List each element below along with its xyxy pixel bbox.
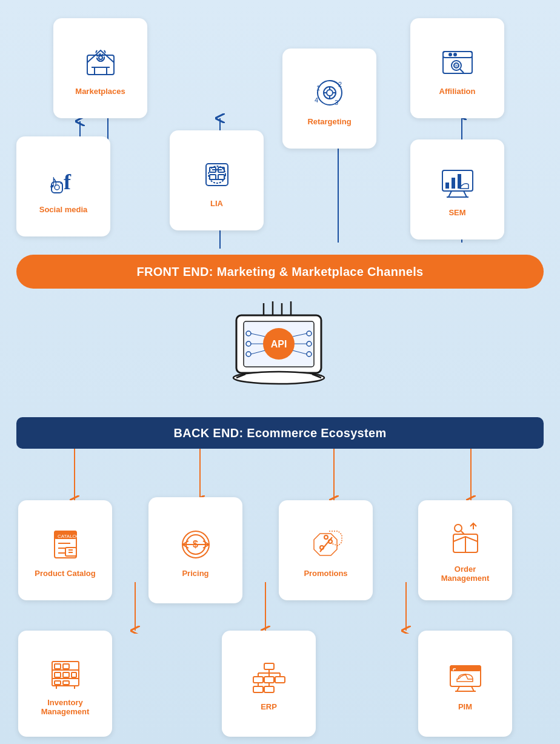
card-marketplaces: Marketplaces xyxy=(53,18,147,118)
svg-point-18 xyxy=(99,56,102,59)
svg-text:4: 4 xyxy=(315,96,318,104)
svg-rect-131 xyxy=(253,686,263,692)
product-catalog-icon: CATALOG xyxy=(46,525,85,564)
affiliation-icon: % xyxy=(438,43,477,82)
erp-icon xyxy=(250,659,288,697)
svg-text:CATALOG: CATALOG xyxy=(58,534,80,539)
sem-label: SEM xyxy=(448,208,465,217)
card-inventory-management: Inventory Management xyxy=(18,631,112,737)
svg-line-20 xyxy=(104,50,105,53)
card-social-media: ♪ f Social media xyxy=(16,136,110,236)
order-management-icon xyxy=(446,521,485,560)
pim-icon xyxy=(446,659,485,697)
product-catalog-label: Product Catalog xyxy=(35,569,95,578)
svg-text:f: f xyxy=(64,170,72,194)
svg-text:API: API xyxy=(271,339,287,349)
pricing-icon: $ xyxy=(176,525,215,564)
svg-point-102 xyxy=(328,540,332,543)
svg-point-25 xyxy=(60,183,62,184)
api-icon: API xyxy=(212,300,345,403)
svg-point-106 xyxy=(455,524,462,532)
promotions-label: Promotions xyxy=(304,569,347,578)
svg-rect-134 xyxy=(450,666,481,671)
svg-rect-56 xyxy=(452,178,455,189)
svg-line-136 xyxy=(472,686,474,691)
svg-rect-29 xyxy=(210,175,216,179)
card-product-catalog: CATALOG Product Catalog xyxy=(18,500,112,600)
svg-point-46 xyxy=(454,53,456,56)
svg-rect-117 xyxy=(63,681,69,685)
lia-label: LIA xyxy=(210,199,223,208)
svg-rect-30 xyxy=(218,175,224,179)
svg-line-52 xyxy=(448,191,452,197)
svg-point-45 xyxy=(449,53,452,56)
svg-text:2: 2 xyxy=(338,81,342,88)
pim-label: PIM xyxy=(458,702,472,711)
card-erp: ERP xyxy=(222,631,316,737)
svg-point-38 xyxy=(327,90,333,96)
svg-point-99 xyxy=(324,535,328,539)
card-promotions: Promotions xyxy=(279,500,373,600)
erp-label: ERP xyxy=(261,702,277,711)
arrow-inventory xyxy=(129,579,141,634)
marketplaces-icon xyxy=(81,43,120,82)
svg-rect-115 xyxy=(72,672,76,677)
retargeting-label: Retargeting xyxy=(307,117,351,126)
card-lia: LIA xyxy=(170,130,264,230)
svg-text:3: 3 xyxy=(335,99,338,106)
svg-rect-127 xyxy=(264,677,274,683)
svg-line-53 xyxy=(464,191,467,197)
svg-rect-44 xyxy=(443,52,472,58)
backend-banner: BACK END: Ecommerce Ecosystem xyxy=(16,417,544,449)
card-affiliation: % Affiliation xyxy=(410,18,504,118)
svg-line-135 xyxy=(457,686,459,691)
svg-rect-111 xyxy=(55,664,61,669)
svg-rect-113 xyxy=(55,672,61,677)
sem-icon xyxy=(438,164,477,203)
api-section: API xyxy=(206,297,352,406)
card-retargeting: 1 2 4 3 Retargeting xyxy=(282,49,376,149)
diagram: Marketplaces ♪ f Social media xyxy=(0,0,560,744)
svg-text:1: 1 xyxy=(316,84,320,92)
svg-rect-116 xyxy=(55,681,61,685)
affiliation-label: Affiliation xyxy=(439,87,476,96)
svg-rect-128 xyxy=(275,677,285,683)
pricing-label: Pricing xyxy=(182,569,208,578)
card-pricing: $ Pricing xyxy=(148,497,242,603)
retargeting-icon: 1 2 4 3 xyxy=(310,73,349,112)
svg-point-101 xyxy=(320,546,324,549)
marketplaces-label: Marketplaces xyxy=(75,87,125,96)
svg-rect-108 xyxy=(52,662,79,686)
social-media-icon: ♪ f xyxy=(44,161,83,200)
svg-rect-114 xyxy=(63,672,69,677)
svg-line-49 xyxy=(460,69,464,73)
card-pim: PIM xyxy=(418,631,512,737)
inventory-management-label: Inventory Management xyxy=(41,698,89,716)
lia-icon xyxy=(198,155,236,194)
social-media-label: Social media xyxy=(39,205,87,214)
arrow-pim xyxy=(400,579,412,634)
frontend-banner: FRONT END: Marketing & Marketplace Chann… xyxy=(16,255,544,289)
svg-rect-112 xyxy=(63,664,69,669)
svg-line-19 xyxy=(96,50,97,53)
svg-rect-132 xyxy=(264,686,274,692)
svg-rect-126 xyxy=(253,677,263,683)
svg-point-78 xyxy=(233,372,324,384)
svg-rect-120 xyxy=(264,663,274,669)
card-sem: SEM xyxy=(410,139,504,240)
svg-rect-55 xyxy=(445,183,449,189)
order-management-label: Order Management xyxy=(441,565,489,583)
arrow-erp xyxy=(259,579,272,634)
backend-banner-text: BACK END: Ecommerce Ecosystem xyxy=(173,426,386,440)
inventory-management-icon xyxy=(46,654,85,693)
svg-text:%: % xyxy=(454,63,458,69)
promotions-icon xyxy=(307,525,345,564)
card-order-management: Order Management xyxy=(418,500,512,600)
frontend-banner-text: FRONT END: Marketing & Marketplace Chann… xyxy=(137,265,424,279)
